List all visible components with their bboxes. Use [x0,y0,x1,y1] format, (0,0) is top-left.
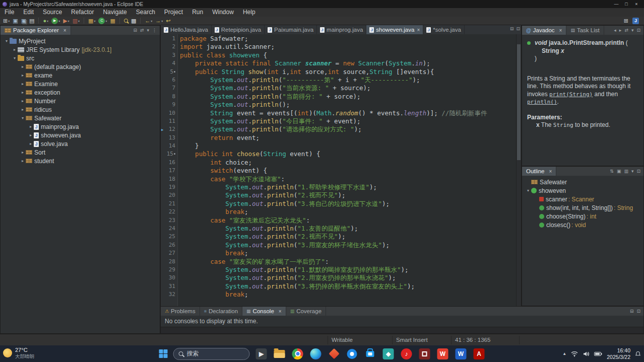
gutter-line-number[interactable]: 32 [161,291,177,299]
editor-scrollbar[interactable] [516,34,521,306]
gutter-line-number[interactable]: 22 [161,208,177,216]
save-icon[interactable]: ▣ [12,17,19,25]
tree-item-examine[interactable]: ▸Examine [1,80,160,88]
menu-help[interactable]: Help [238,8,260,17]
code-line[interactable]: break; [180,208,516,216]
tree-item-student[interactable]: ▸student [1,157,160,165]
code-line[interactable]: System.out.println("当前得分: " + sorce); [180,93,516,101]
tree-item-jre-system-library[interactable]: ▸JRE System Library[jdk-23.0.1] [1,45,160,54]
view-tab-outline[interactable]: Outline × [522,167,556,176]
tab-close-icon[interactable]: × [559,28,562,33]
minimize-view-icon[interactable]: ⊟ [510,26,514,31]
gutter-line-number[interactable]: 6 [161,76,177,84]
code-text[interactable]: package Safewater;import java.util.Scann… [178,34,516,306]
tree-item-exception[interactable]: ▸exception [1,88,160,97]
forward-icon[interactable]: ▸ [619,28,622,33]
taskbar-app-maroon-app-icon[interactable] [419,348,431,360]
code-line[interactable]: import java.util.Scanner; [180,43,516,51]
gutter-line-number[interactable]: 19 [161,183,177,191]
tree-item-myproject[interactable]: ▾MyProject [1,37,160,45]
tree-collapsed-arrow-icon[interactable]: ▸ [28,141,34,146]
mark-occurrences-icon[interactable]: ▩ [130,17,137,25]
tree-collapsed-arrow-icon[interactable]: ▸ [28,124,34,129]
menu-search[interactable]: Search [132,8,160,17]
coverage-icon[interactable]: ▥▾ [72,17,81,25]
tree-item-mainprog-java[interactable]: ▸Jmainprog.java [1,122,160,131]
view-menu-icon[interactable]: ▾ [147,28,149,33]
gutter-line-number[interactable]: 13 [161,134,177,142]
view-tab-task-list[interactable]: ▤Task List [566,26,604,35]
code-line[interactable]: System.out.println("当前水资源: " + source); [180,84,516,92]
gutter-line-number[interactable]: 2 [161,43,177,51]
tab-close-icon[interactable]: × [63,28,67,33]
taskbar-app-netease-music-icon[interactable]: ♪ [401,348,413,360]
sort-icon[interactable]: ⇅ [610,169,614,174]
last-edit-location-icon[interactable]: ↩ [165,17,171,25]
run-icon[interactable]: ▶▾ [50,17,61,25]
tree-collapsed-arrow-icon[interactable]: ▸ [20,150,26,155]
gutter-line-number[interactable]: 16 [161,159,177,167]
maximize-view-icon[interactable]: ⊡ [516,26,520,31]
view-tab-declaration[interactable]: ≡Declaration [200,307,242,316]
tree-expanded-arrow-icon[interactable]: ▾ [4,39,10,43]
maximize-view-icon[interactable]: ⊡ [636,28,640,33]
taskbar-app-acrobat-icon[interactable]: A [473,348,485,360]
taskbar-app-microsoft-store-icon[interactable] [364,348,376,360]
tree-collapsed-arrow-icon[interactable]: ▸ [20,90,26,95]
taskbar-app-wps-icon[interactable]: W [437,348,449,360]
open-perspective-icon[interactable]: ⊞ [623,17,629,25]
tree-item-safewater[interactable]: ▾Safewater [1,114,160,122]
code-line[interactable]: case "室友洗漱后忘记关水龙头": [180,216,516,225]
tree-item-sort[interactable]: ▸Sort [1,148,160,157]
menu-edit[interactable]: Edit [19,8,38,17]
code-line[interactable]: System.out.println("----------第" + i + "… [180,76,516,84]
more-icon[interactable]: ⋮ [152,28,157,33]
taskbar-app-blue-circle-app-icon[interactable] [346,348,358,360]
tree-collapsed-arrow-icon[interactable]: ▸ [20,64,26,69]
javadoc-link[interactable]: print(String) [549,91,593,98]
menu-run[interactable]: Run [187,8,208,17]
code-line[interactable]: private static final Scanner scanner = n… [180,59,516,67]
tray-clock[interactable]: 16:40 2025/3/22 [607,347,630,360]
view-menu-icon[interactable]: ▾ [631,169,634,174]
code-line[interactable]: System.out.println("2.用室友扔掉的那半瓶水浇花"); [180,274,516,282]
code-line[interactable]: package Safewater; [180,35,516,43]
start-button[interactable] [159,349,168,358]
gutter-line-number[interactable]: 17 [161,167,177,175]
gutter-line-number[interactable]: 20 [161,191,177,199]
code-line[interactable]: int choice; [180,159,516,167]
code-line[interactable]: System.out.println("3.用室友的杯子堵住水龙头"); [180,241,516,249]
save-all-icon[interactable]: ▣ [20,17,27,25]
editor-tab-hellojava-java[interactable]: JHelloJava.java [161,25,212,34]
code-line[interactable]: break; [180,249,516,257]
tree-item-exame[interactable]: ▸exame [1,71,160,80]
forward-icon[interactable]: →▾ [154,17,164,25]
code-line[interactable]: System.out.println("请选择你的应对方式: "); [180,125,516,133]
tree-item-default-package[interactable]: ▸(default package) [1,62,160,71]
gutter-line-number[interactable]: 30 [161,274,177,282]
menu-file[interactable]: File [0,8,19,17]
tree-expanded-arrow-icon[interactable]: ▾ [12,56,18,60]
view-tab-coverage[interactable]: ▥Coverage [286,307,326,316]
new-java-project-icon[interactable]: ▦▾ [87,17,96,25]
view-tab-package-explorer[interactable]: Package Explorer × [1,26,71,35]
taskbar-app-teal-app-icon[interactable]: ◆ [382,348,395,360]
taskbar-app-file-explorer-icon[interactable] [274,348,286,360]
javadoc-link[interactable]: println() [527,99,557,105]
gutter-line-number[interactable]: 18 [161,175,177,183]
new-wizard-icon[interactable]: ⊞▾ [2,17,11,25]
line-number-gutter[interactable]: 1234567891011▶12131415161718192021222324… [161,34,178,306]
notification-bell-icon[interactable] [635,351,641,357]
new-class-icon[interactable]: C▾ [97,17,108,25]
maximize-view-icon[interactable]: ⊡ [636,169,640,174]
menu-refactor[interactable]: Refactor [67,8,98,17]
taskbar-search[interactable]: 搜索 [173,348,250,360]
outline-item-showeven[interactable]: ▾showeven [522,186,643,195]
maximize-view-icon[interactable]: ⊡ [636,309,640,314]
link-with-editor-icon[interactable]: ⇄ [140,28,144,33]
code-line[interactable]: case "学校下水道堵塞": [180,175,516,183]
print-icon[interactable]: ▤ [28,17,35,25]
gutter-line-number[interactable]: 7 [161,84,177,92]
outline-item-closesc[interactable]: closesc() : void [522,221,643,229]
tree-collapsed-arrow-icon[interactable]: ▸ [20,99,26,103]
